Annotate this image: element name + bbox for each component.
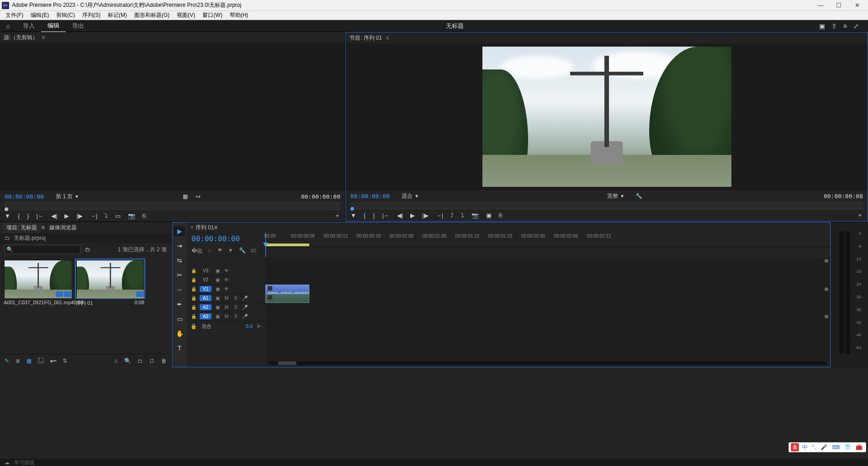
lock-icon[interactable]: 🔒	[191, 313, 197, 320]
lock-icon[interactable]: 🔒	[191, 304, 197, 311]
menu-edit[interactable]: 编辑(E)	[27, 11, 53, 20]
scroll-marker-icon[interactable]	[825, 315, 828, 318]
program-playhead-icon[interactable]	[350, 207, 354, 211]
program-quality-dropdown[interactable]: 完整▾	[603, 191, 627, 201]
source-view-grid-icon[interactable]: ▦	[183, 193, 188, 200]
program-panel-menu-icon[interactable]: ≡	[386, 35, 389, 41]
ime-toolbar[interactable]: S 中 °, 🎤 ⌨ 👕 🧰	[789, 442, 866, 452]
program-timecode-left[interactable]: 00:00:00:00	[350, 193, 390, 200]
track-header-a1[interactable]: 🔒A1▣MS🎤	[187, 294, 265, 303]
step-forward-icon[interactable]: |▶	[422, 212, 428, 219]
mark-in-icon[interactable]: {	[364, 212, 365, 219]
project-panel-menu-icon[interactable]: ≡	[42, 224, 45, 231]
share-icon[interactable]: ⇪	[831, 22, 837, 30]
wrench-icon[interactable]: 🔧	[635, 193, 642, 199]
source-view-insert-icon[interactable]: ↦	[196, 193, 201, 200]
program-fit-dropdown[interactable]: 适合▾	[398, 191, 422, 201]
expand-icon[interactable]: ⊩	[257, 323, 262, 329]
export-frame-icon[interactable]: 📷	[471, 212, 479, 219]
target-icon[interactable]: ▣	[214, 277, 221, 283]
extract-icon[interactable]: ⤵	[461, 212, 464, 219]
timeline-hscroll[interactable]	[269, 361, 826, 365]
program-tab[interactable]: 节目: 序列 01	[349, 34, 382, 42]
new-item-icon[interactable]: 🗋	[149, 358, 155, 364]
comparison-view-icon[interactable]: ▣	[486, 212, 492, 219]
scroll-marker-icon[interactable]	[825, 287, 828, 291]
bin-item-sequence[interactable]: 序列 010:08	[76, 259, 144, 307]
timeline-settings-icon[interactable]: ▼	[228, 247, 233, 257]
program-monitor-view[interactable]	[346, 43, 868, 190]
icon-view-icon[interactable]: ▦	[26, 358, 32, 364]
track-header-v3[interactable]: 🔒V3▣👁	[187, 266, 265, 275]
scroll-marker-icon[interactable]	[825, 259, 828, 263]
mic-icon[interactable]: 🎤	[242, 313, 248, 320]
lock-icon[interactable]: 🔒	[191, 286, 197, 292]
track-header-a2[interactable]: 🔒A2▣MS🎤	[187, 303, 265, 312]
source-panel-menu-icon[interactable]: ≡	[42, 34, 45, 41]
target-icon[interactable]: ▣	[214, 313, 221, 320]
selection-tool-icon[interactable]: ▶	[174, 226, 185, 236]
mark-out-icon[interactable]: }	[373, 212, 375, 219]
pen-icon[interactable]: ✎	[5, 358, 9, 364]
eye-icon[interactable]: 👁	[223, 277, 230, 283]
source-monitor-view[interactable]	[0, 43, 345, 191]
automate-icon[interactable]: ⎌	[115, 358, 118, 364]
minimize-button[interactable]: ―	[811, 0, 830, 11]
rectangle-tool-icon[interactable]: ▭	[174, 314, 185, 324]
zoom-slider-icon[interactable]: ●━	[50, 358, 56, 364]
ime-keyboard-icon[interactable]: ⌨	[831, 444, 841, 450]
program-scrub-bar[interactable]	[350, 202, 863, 209]
insert-icon[interactable]: ⤵	[105, 212, 108, 219]
settings-icon[interactable]: ⎘	[143, 212, 146, 219]
button-editor-icon[interactable]: ＋	[334, 212, 340, 220]
sort-icon[interactable]: ⇅	[63, 358, 67, 364]
step-back-icon[interactable]: ◀|	[397, 212, 403, 219]
eye-icon[interactable]: 👁	[223, 268, 230, 274]
menu-marker[interactable]: 标记(M)	[104, 11, 131, 20]
close-button[interactable]: ✕	[848, 0, 866, 11]
tab-project[interactable]: 项目: 无标题	[2, 222, 42, 233]
safe-margins-icon[interactable]: ⎘	[499, 212, 503, 219]
lock-icon[interactable]: 🔒	[191, 323, 197, 329]
add-marker-timeline-icon[interactable]: ⚑	[217, 247, 222, 257]
list-view-icon[interactable]: ≣	[16, 358, 20, 364]
eye-icon[interactable]: 👁	[223, 286, 230, 292]
new-bin-icon[interactable]: 🗀	[85, 246, 90, 253]
hand-tool-icon[interactable]: ✋	[174, 328, 185, 339]
slip-tool-icon[interactable]: ↔	[174, 285, 185, 295]
track-select-tool-icon[interactable]: ⇥	[174, 241, 185, 251]
timeline-ruler[interactable]: 00:00 00:00:00:06 00:00:00:12 00:00:00:1…	[265, 233, 830, 247]
menu-clip[interactable]: 剪辑(C)	[53, 11, 79, 20]
lift-icon[interactable]: ⤴	[450, 212, 454, 219]
mic-icon[interactable]: 🎤	[242, 304, 248, 311]
menu-window[interactable]: 窗口(W)	[199, 11, 226, 20]
ripple-tool-icon[interactable]: ⇆	[174, 255, 185, 265]
step-back-icon[interactable]: ◀|	[51, 212, 57, 219]
menu-sequence[interactable]: 序列(S)	[79, 11, 104, 20]
track-header-v2[interactable]: 🔒V2▣👁	[187, 275, 265, 285]
timeline-panel-menu-icon[interactable]: ≡	[214, 224, 217, 231]
snap-icon[interactable]: �磁	[191, 247, 202, 257]
tab-media-browser[interactable]: 媒体浏览器	[45, 222, 81, 233]
menu-view[interactable]: 视图(V)	[173, 11, 199, 20]
cc-icon[interactable]: cc	[251, 247, 257, 257]
freeform-view-icon[interactable]: ⿺	[38, 358, 43, 364]
ime-voice-icon[interactable]: 🎤	[819, 444, 829, 450]
audio-clip[interactable]	[265, 294, 309, 303]
target-icon[interactable]: ▣	[214, 268, 221, 274]
mark-out-icon[interactable]: }	[27, 212, 29, 219]
ws-tab-export[interactable]: 导出	[66, 20, 90, 32]
type-tool-icon[interactable]: T	[174, 343, 185, 353]
quick-export-icon[interactable]: ▣	[819, 22, 825, 30]
bin-item-clip[interactable]: A001_C037_0921FG_001.mp40:08	[4, 259, 72, 305]
ime-skin-icon[interactable]: 👕	[843, 444, 852, 450]
ime-toolbox-icon[interactable]: 🧰	[854, 444, 864, 450]
fullscreen-icon[interactable]: ⤢	[853, 22, 859, 30]
overwrite-icon[interactable]: ▭	[115, 212, 121, 219]
track-header-a3[interactable]: 🔒A3▣MS🎤	[187, 312, 265, 321]
timeline-tab[interactable]: 序列 01	[196, 224, 214, 232]
menu-help[interactable]: 帮助(H)	[226, 11, 252, 20]
ws-tab-edit[interactable]: 编辑	[41, 20, 66, 32]
ime-punct-icon[interactable]: °,	[811, 444, 817, 450]
track-lanes[interactable]: A001_C037_0921FG	[265, 257, 830, 367]
